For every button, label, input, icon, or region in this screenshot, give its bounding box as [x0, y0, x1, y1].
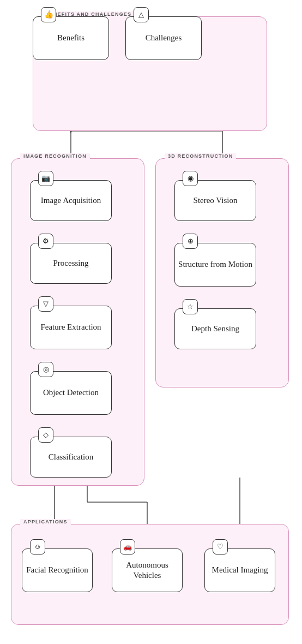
structure-from-motion-node: ⊕ Structure from Motion: [174, 243, 256, 287]
feature-extraction-node: ▽ Feature Extraction: [30, 306, 112, 349]
image-acquisition-node: 📷 Image Acquisition: [30, 180, 112, 221]
target-icon: ◎: [38, 362, 53, 377]
processing-node: ⚙ Processing: [30, 243, 112, 284]
challenges-label: Challenges: [146, 33, 182, 44]
heartbeat-icon: ♡: [213, 539, 228, 554]
depth-sensing-label: Depth Sensing: [191, 324, 239, 335]
facial-recognition-label: Facial Recognition: [26, 565, 88, 576]
depth-sensing-node: ☆ Depth Sensing: [174, 308, 256, 349]
eye-icon: ◉: [183, 171, 198, 186]
image-recognition-label: IMAGE RECOGNITION: [20, 153, 90, 159]
tag-icon: ◇: [38, 427, 53, 443]
diagram-container: BENEFITS AND CHALLENGES 👍 Benefits △ Cha…: [0, 0, 302, 644]
camera-icon: 📷: [38, 171, 53, 186]
medical-imaging-label: Medical Imaging: [212, 565, 268, 576]
autonomous-vehicles-node: 🚗 Autonomous Vehicles: [112, 548, 183, 592]
facial-recognition-node: ☺ Facial Recognition: [22, 548, 93, 592]
feature-extraction-label: Feature Extraction: [40, 322, 101, 333]
motion-icon: ⊕: [183, 234, 198, 249]
object-detection-node: ◎ Object Detection: [30, 371, 112, 415]
classification-node: ◇ Classification: [30, 437, 112, 478]
autonomous-vehicles-label: Autonomous Vehicles: [112, 560, 182, 581]
medical-imaging-node: ♡ Medical Imaging: [204, 548, 275, 592]
gear-icon: ⚙: [38, 234, 53, 249]
reconstruction-label: 3D RECONSTRUCTION: [165, 153, 236, 159]
benefits-label: Benefits: [57, 33, 84, 44]
applications-label: APPLICATIONS: [20, 519, 71, 524]
benefits-node: 👍 Benefits: [33, 16, 109, 60]
challenges-node: △ Challenges: [125, 16, 202, 60]
face-icon: ☺: [30, 539, 45, 554]
filter-icon: ▽: [38, 296, 53, 312]
stereo-vision-label: Stereo Vision: [194, 195, 238, 206]
object-detection-label: Object Detection: [43, 387, 99, 398]
car-icon: 🚗: [120, 539, 135, 554]
classification-label: Classification: [49, 452, 94, 463]
sfm-label: Structure from Motion: [178, 259, 252, 270]
benefits-icon: 👍: [41, 7, 56, 22]
image-acquisition-label: Image Acquisition: [41, 195, 101, 206]
processing-label: Processing: [53, 258, 89, 269]
depth-icon: ☆: [183, 299, 198, 314]
challenges-icon: △: [134, 7, 149, 22]
stereo-vision-node: ◉ Stereo Vision: [174, 180, 256, 221]
